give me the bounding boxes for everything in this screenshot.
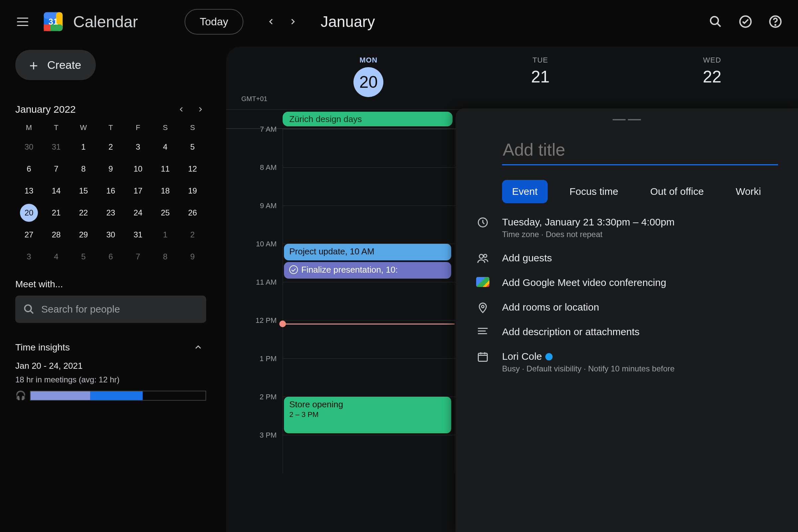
add-description-button[interactable]: Add description or attachments — [502, 326, 640, 338]
prev-period-button[interactable] — [263, 14, 279, 30]
mini-date-cell[interactable]: 31 — [125, 226, 152, 244]
mini-date-cell[interactable]: 15 — [70, 182, 97, 200]
mini-date-cell[interactable]: 1 — [152, 226, 179, 244]
mini-next-button[interactable] — [194, 103, 206, 115]
mini-date-cell[interactable]: 23 — [97, 204, 125, 222]
main-menu-button[interactable] — [13, 12, 32, 31]
mini-date-cell[interactable]: 6 — [15, 160, 42, 178]
mini-date-cell[interactable]: 8 — [70, 160, 97, 178]
mini-date-cell[interactable]: 3 — [125, 138, 152, 156]
svg-point-10 — [25, 305, 31, 311]
day-column-mon[interactable]: Project update, 10 AM Finalize presentat… — [283, 129, 455, 473]
panel-drag-handle[interactable] — [456, 108, 798, 125]
event-datetime[interactable]: Tuesday, January 21 3:30pm – 4:00pm — [502, 216, 674, 228]
mini-date-cell[interactable]: 28 — [42, 226, 70, 244]
mini-date-cell[interactable]: 24 — [125, 204, 152, 222]
mini-dow: M — [15, 124, 42, 132]
search-icon — [23, 304, 35, 315]
event-project-update[interactable]: Project update, 10 AM — [284, 244, 451, 260]
mini-date-cell[interactable]: 11 — [152, 160, 179, 178]
search-button[interactable] — [706, 12, 725, 31]
day-header[interactable]: TUE21 — [455, 46, 626, 109]
day-number: 21 — [455, 67, 626, 87]
event-finalize-presentation[interactable]: Finalize presentation, 10: — [284, 262, 451, 279]
clock-icon — [475, 216, 490, 228]
mini-date-cell[interactable]: 1 — [70, 138, 97, 156]
event-type-tab[interactable]: Event — [502, 180, 548, 203]
people-search[interactable] — [15, 296, 206, 323]
mini-date-cell[interactable]: 22 — [70, 204, 97, 222]
meet-with-section: Meet with... — [15, 279, 206, 323]
allday-event[interactable]: Zürich design days — [283, 112, 453, 126]
mini-date-cell[interactable]: 9 — [179, 248, 206, 266]
svg-point-14 — [481, 305, 484, 308]
mini-date-cell[interactable]: 27 — [15, 226, 42, 244]
sidebar: ＋ Create January 2022 MTWTFSS 3031123456… — [0, 43, 226, 532]
mini-date-cell[interactable]: 16 — [97, 182, 125, 200]
event-datetime-sub[interactable]: Time zone · Does not repeat — [502, 230, 674, 239]
mini-date-cell[interactable]: 19 — [179, 182, 206, 200]
mini-prev-button[interactable] — [175, 103, 188, 115]
event-type-tab[interactable]: Out of office — [640, 180, 714, 203]
mini-date-cell[interactable]: 17 — [125, 182, 152, 200]
mini-date-cell[interactable]: 20 — [20, 204, 38, 222]
menu-icon — [17, 18, 28, 26]
today-button[interactable]: Today — [185, 9, 243, 35]
mini-date-cell[interactable]: 26 — [179, 204, 206, 222]
mini-dow: T — [42, 124, 70, 132]
mini-date-cell[interactable]: 9 — [97, 160, 125, 178]
calendar-grid: GMT+01 MON20TUE21WED22 Zürich design day… — [226, 46, 798, 532]
mini-date-cell[interactable]: 21 — [42, 204, 70, 222]
mini-date-cell[interactable]: 8 — [152, 248, 179, 266]
create-label: Create — [47, 58, 81, 72]
add-location-button[interactable]: Add rooms or location — [502, 302, 599, 313]
mini-date-cell[interactable]: 5 — [179, 138, 206, 156]
insights-meta: 18 hr in meetings (avg: 12 hr) — [15, 375, 206, 384]
people-search-input[interactable] — [41, 304, 198, 315]
mini-date-cell[interactable]: 3 — [15, 248, 42, 266]
chevron-right-icon — [289, 18, 296, 25]
mini-date-cell[interactable]: 13 — [15, 182, 42, 200]
mini-date-cell[interactable]: 30 — [15, 138, 42, 156]
mini-date-cell[interactable]: 30 — [97, 226, 125, 244]
help-button[interactable] — [766, 12, 785, 31]
day-header[interactable]: MON20 — [283, 46, 455, 109]
mini-date-cell[interactable]: 29 — [70, 226, 97, 244]
mini-date-cell[interactable]: 10 — [125, 160, 152, 178]
event-type-tab[interactable]: Focus time — [559, 180, 628, 203]
insights-collapse-button[interactable] — [190, 340, 206, 356]
event-title-input[interactable] — [502, 138, 778, 165]
mini-date-cell[interactable]: 25 — [152, 204, 179, 222]
mini-date-cell[interactable]: 18 — [152, 182, 179, 200]
calendar-owner[interactable]: Lori Cole — [502, 351, 674, 362]
mini-date-cell[interactable]: 2 — [97, 138, 125, 156]
mini-date-cell[interactable]: 7 — [125, 248, 152, 266]
mini-date-cell[interactable]: 2 — [179, 226, 206, 244]
add-guests-button[interactable]: Add guests — [502, 252, 552, 264]
event-store-opening[interactable]: Store opening 2 – 3 PM — [284, 397, 451, 433]
mini-dow: S — [152, 124, 179, 132]
svg-rect-15 — [478, 354, 488, 361]
day-number: 22 — [626, 67, 798, 87]
help-icon — [769, 15, 782, 28]
create-button[interactable]: ＋ Create — [15, 50, 96, 80]
app-title: Calendar — [73, 13, 138, 31]
mini-date-cell[interactable]: 4 — [152, 138, 179, 156]
mini-date-cell[interactable]: 12 — [179, 160, 206, 178]
mini-date-cell[interactable]: 31 — [42, 138, 70, 156]
timezone-label: GMT+01 — [226, 46, 283, 109]
mini-date-cell[interactable]: 6 — [97, 248, 125, 266]
insights-title: Time insights — [15, 342, 70, 353]
next-period-button[interactable] — [285, 14, 301, 30]
day-header[interactable]: WED22 — [626, 46, 798, 109]
mini-date-cell[interactable]: 4 — [42, 248, 70, 266]
mini-date-cell[interactable]: 5 — [70, 248, 97, 266]
add-meet-button[interactable]: Add Google Meet video conferencing — [502, 277, 666, 288]
mini-date-cell[interactable]: 14 — [42, 182, 70, 200]
mini-date-cell[interactable]: 7 — [42, 160, 70, 178]
tasks-button[interactable] — [736, 12, 755, 31]
event-create-panel: EventFocus timeOut of officeWorki Tuesda… — [456, 108, 798, 532]
chevron-left-icon — [178, 107, 185, 112]
event-type-tab[interactable]: Worki — [726, 180, 771, 203]
check-circle-icon — [739, 15, 752, 28]
